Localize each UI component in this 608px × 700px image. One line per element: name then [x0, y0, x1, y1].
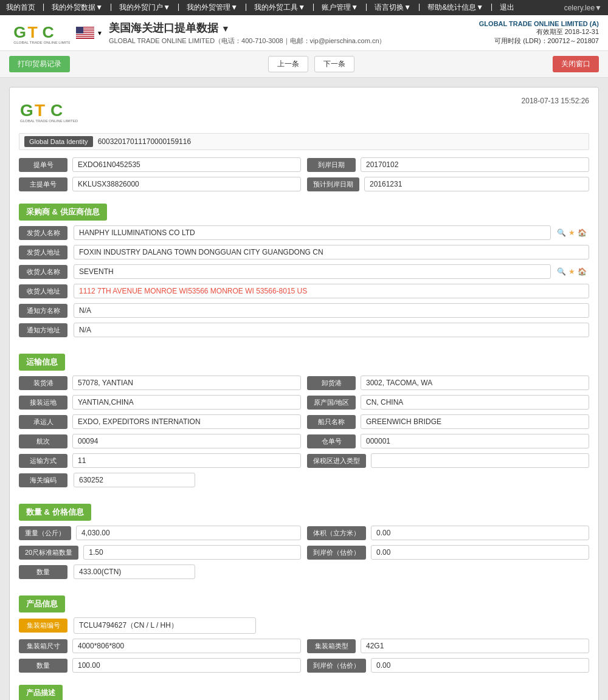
flag-area: ▼: [76, 27, 103, 39]
dest-port-label: 卸货港: [307, 376, 356, 390]
header: G T C GLOBAL TRADE ONLINE LIMITED ▼: [0, 15, 608, 51]
bonded-label: 保税区进入类型: [307, 454, 366, 468]
price2-label: 到岸价（估价）: [307, 659, 366, 673]
nav-data[interactable]: 我的外贸数据▼: [52, 2, 103, 13]
gtc-logo: G T C GLOBAL TRADE ONLINE LIMITED: [9, 21, 70, 45]
prev-button-top[interactable]: 上一条: [268, 56, 308, 72]
svg-rect-10: [76, 35, 94, 36]
global-id-row: Global Data Identity 6003201701117000015…: [19, 133, 589, 150]
notify-addr-label: 通知方地址: [19, 323, 67, 337]
twenty-ft-price-row: 20尺标准箱数量 1.50 到岸价（估价） 0.00: [19, 545, 589, 560]
container-size-value: 4000*806*800: [72, 639, 301, 653]
quantity-value: 433.00(CTN): [74, 564, 195, 579]
arrival-price-label: 到岸价（估价）: [307, 546, 366, 560]
product-desc-header: 产品描述: [19, 685, 63, 700]
eta-value: 20170102: [361, 157, 589, 172]
nav-tools[interactable]: 我的外贸工具▼: [254, 2, 305, 13]
shipper-name-label: 发货人名称: [19, 226, 67, 240]
nav-divider5: |: [313, 2, 314, 13]
carrier-label: 承运人: [19, 415, 67, 429]
search-icon-consignee[interactable]: 🔍: [557, 267, 566, 276]
nav-divider6: |: [365, 2, 367, 13]
header-right: GLOBAL TRADE ONLINE LIMITED (A) 有效期至 201…: [479, 20, 599, 46]
validity: 有效期至 2018-12-31: [479, 27, 599, 36]
shipper-name-row: 发货人名称 HANPHY ILLUMINATIONS CO LTD 🔍 ★ 🏠: [19, 225, 589, 240]
quantity-section-header: 数量 & 价格信息: [19, 504, 91, 521]
consignee-name-row: 收货人名称 SEVENTH 🔍 ★ 🏠: [19, 264, 589, 279]
notify-addr-value: N/A: [74, 323, 589, 337]
nav-divider4: |: [245, 2, 247, 13]
svg-text:C: C: [42, 23, 54, 41]
transport-section: 运输信息 装货港 57078, YANTIAN 卸货港 3002, TACOMA…: [19, 346, 589, 487]
star-icon-consignee[interactable]: ★: [568, 267, 575, 276]
load-place-label: 接装运地: [19, 396, 67, 410]
home-icon-shipper[interactable]: 🏠: [578, 228, 587, 237]
search-icon-shipper[interactable]: 🔍: [557, 228, 566, 237]
svg-text:G: G: [13, 23, 26, 41]
product-section: 产品信息 集装箱编号 TCLU4794627（CN / L / HH） 集装箱尺…: [19, 588, 589, 700]
est-eta-label: 预计到岸日期: [307, 177, 359, 191]
top-nav: 我的首页 | 我的外贸数据▼ | 我的外贸门户▼ | 我的外贸管理▼ | 我的外…: [0, 0, 608, 15]
record-header: G T C GLOBAL TRADE ONLINE LIMITED 2018-0…: [19, 97, 589, 124]
consignee-name-value: SEVENTH: [74, 264, 551, 279]
consignee-name-label: 收货人名称: [19, 265, 67, 279]
notify-name-row: 通知方名称 N/A: [19, 303, 589, 318]
shipper-addr-label: 发货人地址: [19, 245, 67, 259]
quantity-section: 数量 & 价格信息 重量（公斤） 4,030.00 体积（立方米） 0.00 2…: [19, 496, 589, 579]
transport-bonded-row: 运输方式 11 保税区进入类型: [19, 453, 589, 468]
bill-label: 提单号: [19, 158, 67, 172]
star-icon-shipper[interactable]: ★: [568, 228, 575, 237]
product-section-header: 产品信息: [19, 595, 65, 612]
transport-section-header: 运输信息: [19, 354, 65, 371]
nav-portal[interactable]: 我的外贸门户▼: [119, 2, 170, 13]
svg-rect-11: [76, 37, 94, 38]
volume-label: 体积（立方米）: [307, 526, 366, 540]
volume-value: 0.00: [371, 526, 589, 540]
origin-value: CN, CHINA: [361, 395, 589, 410]
svg-text:T: T: [27, 23, 37, 41]
shipper-section: 采购商 & 供应商信息 发货人名称 HANPHY ILLUMINATIONS C…: [19, 196, 589, 337]
nav-user[interactable]: celery.lee▼: [564, 4, 602, 12]
next-button-top[interactable]: 下一条: [314, 56, 354, 72]
price2-value: 0.00: [371, 658, 589, 673]
home-icon-consignee[interactable]: 🏠: [578, 267, 587, 276]
nav-logout[interactable]: 退出: [500, 2, 514, 13]
global-id-value: 60032017011170000159116: [98, 137, 192, 146]
nav-lang[interactable]: 语言切换▼: [375, 2, 411, 13]
master-bill-label: 主提单号: [19, 177, 67, 191]
est-eta-value: 20161231: [364, 177, 589, 191]
header-left: G T C GLOBAL TRADE ONLINE LIMITED ▼: [9, 21, 386, 46]
dest-port-value: 3002, TACOMA, WA: [361, 376, 589, 390]
container-no-row: 集装箱编号 TCLU4794627（CN / L / HH）: [19, 617, 589, 634]
global-id-label: Global Data Identity: [24, 136, 93, 147]
bill-row: 提单号 EXDO61N0452535 到岸日期 20170102: [19, 157, 589, 172]
svg-text:GLOBAL TRADE ONLINE LIMITED: GLOBAL TRADE ONLINE LIMITED: [20, 119, 78, 123]
svg-rect-12: [76, 27, 83, 33]
company-info: GLOBAL TRADE ONLINE LIMITED（电话：400-710-3…: [109, 36, 386, 46]
record-logo: G T C GLOBAL TRADE ONLINE LIMITED: [19, 97, 86, 124]
close-button-top[interactable]: 关闭窗口: [553, 56, 599, 72]
container-type-value: 42G1: [361, 639, 589, 653]
print-button-top[interactable]: 打印贸易记录: [9, 56, 70, 72]
bonded-value: [371, 453, 589, 468]
weight-value: 4,030.00: [76, 526, 301, 540]
consignee-addr-label: 收货人地址: [19, 284, 67, 298]
container-size-type-row: 集装箱尺寸 4000*806*800 集装箱类型 42G1: [19, 639, 589, 653]
warehouse-label: 仓单号: [307, 434, 356, 448]
nav-help[interactable]: 帮助&统计信息▼: [427, 2, 483, 13]
place-origin-row: 接装运地 YANTIAN,CHINA 原产国/地区 CN, CHINA: [19, 395, 589, 410]
load-port-label: 装货港: [19, 376, 67, 390]
shipper-icons: 🔍 ★ 🏠: [557, 228, 589, 237]
svg-text:T: T: [35, 101, 45, 120]
nav-mgmt[interactable]: 我的外贸管理▼: [187, 2, 238, 13]
flag-dropdown-icon[interactable]: ▼: [97, 30, 103, 36]
nav-home[interactable]: 我的首页: [6, 2, 35, 13]
container-type-label: 集装箱类型: [307, 639, 356, 653]
svg-text:GLOBAL TRADE ONLINE LIMITED: GLOBAL TRADE ONLINE LIMITED: [13, 40, 70, 44]
us-flag: [76, 27, 94, 39]
nav-account[interactable]: 账户管理▼: [322, 2, 358, 13]
record-card: G T C GLOBAL TRADE ONLINE LIMITED 2018-0…: [9, 87, 599, 700]
vessel-value: GREENWICH BRIDGE: [361, 414, 589, 429]
quantity2-label: 数量: [19, 659, 67, 673]
notify-name-value: N/A: [74, 303, 589, 318]
